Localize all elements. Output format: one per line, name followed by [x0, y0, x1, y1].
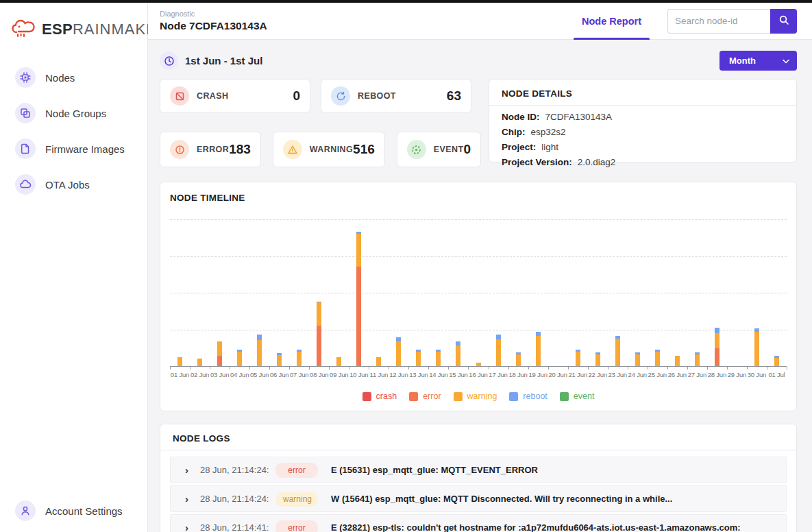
sidebar-item-label: Node Groups: [45, 108, 106, 119]
log-level-badge: error: [275, 463, 318, 478]
axis-tick: [727, 367, 728, 370]
bar-warning-19-Jun: [536, 336, 541, 366]
sidebar-nav: Nodes Node Groups Firmwa: [0, 64, 147, 197]
warning-icon: [283, 140, 302, 159]
bar-warning-02-Jun: [197, 359, 202, 366]
axis-label: 09 Jun: [329, 371, 349, 378]
date-range: 1st Jun - 1st Jul: [160, 51, 262, 70]
bar-reboot-12-Jun: [396, 337, 401, 341]
bar-reboot-28-Jun: [715, 328, 719, 333]
bar-reboot-01-Jul: [774, 356, 779, 358]
stat-label: WARNING: [310, 145, 353, 154]
axis-tick: [309, 367, 310, 370]
bar-warning-14-Jun: [436, 352, 441, 367]
axis-tick: [568, 367, 569, 370]
bar-reboot-21-Jun: [576, 350, 580, 352]
axis-label: 15 Jun: [448, 371, 468, 378]
node-timeline-panel: NODE TIMELINE 01 Jun02 Jun03 Jun04 Jun05…: [160, 182, 797, 411]
bar-reboot-24-Jun: [635, 352, 640, 354]
legend-swatch: [509, 392, 518, 401]
bar-reboot-07-Jun: [297, 350, 302, 352]
bar-reboot-19-Jun: [536, 332, 541, 335]
axis-tick: [687, 367, 688, 370]
legend-item-warning[interactable]: warning: [454, 391, 497, 401]
log-time: 28 Jun, 21:14:24:: [200, 494, 275, 504]
axis-tick: [170, 367, 171, 370]
sidebar-item-nodes[interactable]: Nodes: [10, 64, 138, 90]
legend-label: event: [574, 391, 595, 401]
bar-warning-11-Jun: [376, 357, 381, 366]
bar-reboot-25-Jun: [655, 350, 660, 352]
bar-warning-23-Jun: [615, 339, 620, 366]
node-timeline-title: NODE TIMELINE: [170, 193, 787, 203]
stat-card-error: ERROR 183: [160, 132, 261, 167]
search-input[interactable]: [667, 9, 770, 34]
bar-warning-25-Jun: [655, 352, 660, 367]
detail-chip: Chip:esp32s2: [502, 127, 784, 137]
axis-tick: [508, 367, 509, 370]
tab-node-report[interactable]: Node Report: [574, 3, 650, 39]
timeline-plot: [170, 219, 787, 367]
period-dropdown[interactable]: Month: [719, 51, 797, 71]
bar-warning-30-Jun: [754, 332, 759, 366]
legend-item-error[interactable]: error: [409, 391, 441, 401]
crash-icon: [170, 86, 189, 106]
chip-icon: [15, 67, 36, 88]
chevron-down-icon: [783, 56, 789, 66]
axis-label: 25 Jun: [648, 371, 667, 378]
chevron-right-icon[interactable]: ›: [185, 464, 200, 476]
sidebar-item-label: OTA Jobs: [45, 179, 90, 191]
log-row[interactable]: › 28 Jun, 21:14:24: warning W (15641) es…: [170, 485, 787, 512]
node-logs-title: NODE LOGS: [173, 433, 787, 444]
sidebar-item-label: Firmware Images: [45, 143, 125, 155]
bar-warning-15-Jun: [456, 346, 460, 366]
log-time: 28 Jun, 21:14:24:: [200, 465, 275, 475]
axis-tick: [489, 367, 489, 370]
axis-label: 02 Jun: [190, 371, 210, 378]
log-message: E (15631) esp_mqtt_glue: MQTT_EVENT_ERRO…: [331, 465, 538, 475]
bar-warning-22-Jun: [595, 354, 600, 366]
axis-label: 26 Jun: [667, 371, 687, 378]
log-message: E (32821) esp-tls: couldn't get hostname…: [331, 522, 741, 532]
rainmaker-cloud-icon: [11, 18, 36, 41]
chevron-right-icon[interactable]: ›: [185, 493, 200, 505]
axis-label: 06 Jun: [269, 371, 289, 378]
sidebar-item-firmware-images[interactable]: Firmware Images: [10, 136, 138, 162]
axis-label: 16 Jun: [468, 371, 488, 378]
legend-item-reboot[interactable]: reboot: [509, 391, 547, 401]
sidebar-item-label: Nodes: [45, 72, 75, 84]
axis-tick: [608, 367, 608, 370]
sidebar-item-account-settings[interactable]: Account Settings: [10, 498, 138, 524]
bar-warning-05-Jun: [257, 340, 262, 366]
period-label: Month: [729, 56, 756, 66]
chevron-right-icon[interactable]: ›: [185, 522, 200, 532]
sidebar-item-node-groups[interactable]: Node Groups: [10, 100, 138, 126]
bar-warning-21-Jun: [576, 352, 580, 367]
bar-warning-04-Jun: [237, 352, 242, 367]
axis-tick: [588, 367, 589, 370]
axis-label: 05 Jun: [249, 371, 269, 378]
axis-tick: [210, 367, 210, 370]
log-row[interactable]: › 28 Jun, 21:14:24: error E (15631) esp_…: [170, 457, 787, 483]
bar-warning-09-Jun: [336, 357, 341, 366]
legend-item-crash[interactable]: crash: [362, 391, 397, 401]
axis-label: 19 Jun: [528, 371, 548, 378]
axis-tick: [369, 367, 369, 370]
axis-tick: [707, 367, 708, 370]
timeline-x-axis: 01 Jun02 Jun03 Jun04 Jun05 Jun06 Jun07 J…: [170, 367, 787, 380]
axis-tick: [289, 367, 290, 370]
gridline: [170, 293, 787, 293]
log-level-badge: warning: [275, 492, 318, 507]
log-row[interactable]: › 28 Jun, 21:14:41: error E (32821) esp-…: [170, 514, 787, 532]
sidebar-item-ota-jobs[interactable]: OTA Jobs: [10, 171, 138, 197]
gridline: [170, 256, 787, 257]
error-icon: [170, 140, 189, 159]
log-level-badge: error: [275, 520, 318, 532]
axis-label: 30 Jun: [747, 371, 767, 378]
axis-tick: [249, 367, 250, 370]
axis-label: 01 Jun: [170, 371, 190, 378]
legend-item-event[interactable]: event: [560, 391, 595, 401]
stat-label: ERROR: [197, 145, 229, 154]
search-button[interactable]: [770, 9, 797, 34]
file-icon: [15, 138, 36, 159]
